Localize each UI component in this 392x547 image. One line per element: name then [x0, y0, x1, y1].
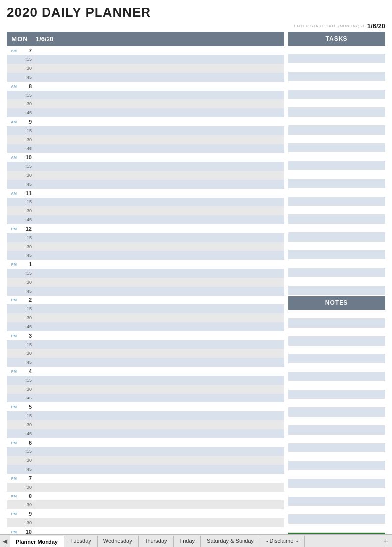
task-row[interactable]: [288, 215, 385, 224]
note-row[interactable]: [288, 390, 385, 399]
note-row[interactable]: [288, 319, 385, 328]
task-row[interactable]: [288, 170, 385, 179]
note-row[interactable]: [288, 381, 385, 390]
time-row[interactable]: AM7: [7, 46, 284, 55]
task-row[interactable]: [288, 126, 385, 135]
note-row[interactable]: [288, 399, 385, 408]
event-cell[interactable]: [33, 82, 284, 91]
time-row[interactable]: :15: [7, 233, 284, 242]
event-cell[interactable]: [33, 456, 284, 465]
task-row[interactable]: [288, 188, 385, 197]
time-row[interactable]: PM8: [7, 492, 284, 500]
note-row[interactable]: [288, 328, 385, 337]
event-cell[interactable]: [33, 117, 284, 126]
event-cell[interactable]: [33, 278, 284, 287]
event-cell[interactable]: [33, 242, 284, 251]
event-cell[interactable]: [33, 438, 284, 447]
time-row[interactable]: :15: [7, 198, 284, 206]
event-cell[interactable]: [33, 260, 284, 269]
tab-saturday-&-sunday[interactable]: Saturday & Sunday: [201, 536, 260, 547]
start-date-value[interactable]: 1/6/20: [367, 22, 385, 30]
note-row[interactable]: [288, 337, 385, 346]
time-row[interactable]: :15: [7, 411, 284, 420]
note-row[interactable]: [288, 354, 385, 363]
note-row[interactable]: [288, 506, 385, 515]
event-cell[interactable]: [33, 99, 284, 108]
event-cell[interactable]: [33, 91, 284, 99]
time-row[interactable]: :30: [7, 171, 284, 180]
task-row[interactable]: [288, 259, 385, 268]
task-row[interactable]: [288, 233, 385, 242]
note-row[interactable]: [288, 444, 385, 452]
note-row[interactable]: [288, 372, 385, 381]
note-row[interactable]: [288, 524, 385, 533]
time-row[interactable]: PM5: [7, 402, 284, 411]
time-row[interactable]: :30: [7, 420, 284, 429]
time-row[interactable]: :15: [7, 340, 284, 349]
note-row[interactable]: [288, 497, 385, 506]
time-row[interactable]: :45: [7, 215, 284, 224]
time-row[interactable]: :30: [7, 500, 284, 509]
event-cell[interactable]: [33, 46, 284, 55]
task-row[interactable]: [288, 179, 385, 188]
event-cell[interactable]: [33, 135, 284, 144]
tab-tuesday[interactable]: Tuesday: [64, 536, 98, 547]
task-row[interactable]: [288, 161, 385, 170]
event-cell[interactable]: [33, 500, 284, 509]
event-cell[interactable]: [33, 394, 284, 402]
time-row[interactable]: :45: [7, 108, 284, 117]
tab-wednesday[interactable]: Wednesday: [98, 536, 139, 547]
event-cell[interactable]: [33, 358, 284, 367]
task-row[interactable]: [288, 250, 385, 259]
task-row[interactable]: [288, 90, 385, 99]
task-row[interactable]: [288, 108, 385, 117]
time-row[interactable]: PM4: [7, 367, 284, 376]
time-row[interactable]: AM10: [7, 153, 284, 162]
time-row[interactable]: :45: [7, 73, 284, 82]
task-row[interactable]: [288, 152, 385, 161]
time-row[interactable]: PM6: [7, 438, 284, 447]
event-cell[interactable]: [33, 411, 284, 420]
task-row[interactable]: [288, 144, 385, 152]
note-row[interactable]: [288, 515, 385, 524]
event-cell[interactable]: [33, 144, 284, 153]
event-cell[interactable]: [33, 483, 284, 492]
note-row[interactable]: [288, 310, 385, 319]
event-cell[interactable]: [33, 215, 284, 224]
note-row[interactable]: [288, 452, 385, 461]
event-cell[interactable]: [33, 385, 284, 394]
task-row[interactable]: [288, 72, 385, 81]
tab-scroll-left[interactable]: ◀: [0, 538, 10, 545]
note-row[interactable]: [288, 461, 385, 470]
event-cell[interactable]: [33, 465, 284, 474]
note-row[interactable]: [288, 417, 385, 426]
event-cell[interactable]: [33, 492, 284, 500]
note-row[interactable]: [288, 488, 385, 497]
event-cell[interactable]: [33, 340, 284, 349]
event-cell[interactable]: [33, 287, 284, 296]
tab-planner-monday[interactable]: Planner Monday: [10, 536, 64, 547]
event-cell[interactable]: [33, 402, 284, 411]
time-row[interactable]: :30: [7, 518, 284, 527]
time-row[interactable]: :45: [7, 180, 284, 189]
task-row[interactable]: [288, 46, 385, 54]
tab-friday[interactable]: Friday: [174, 536, 201, 547]
time-row[interactable]: PM7: [7, 474, 284, 483]
event-cell[interactable]: [33, 73, 284, 82]
tab---disclaimer--[interactable]: - Disclaimer -: [260, 536, 305, 547]
time-row[interactable]: :30: [7, 135, 284, 144]
task-row[interactable]: [288, 268, 385, 277]
event-cell[interactable]: [33, 474, 284, 483]
time-row[interactable]: AM11: [7, 189, 284, 198]
event-cell[interactable]: [33, 376, 284, 385]
event-cell[interactable]: [33, 269, 284, 278]
event-cell[interactable]: [33, 189, 284, 198]
time-row[interactable]: :45: [7, 358, 284, 367]
time-row[interactable]: :45: [7, 251, 284, 260]
event-cell[interactable]: [33, 233, 284, 242]
time-row[interactable]: AM8: [7, 82, 284, 91]
event-cell[interactable]: [33, 126, 284, 135]
event-cell[interactable]: [33, 304, 284, 313]
event-cell[interactable]: [33, 313, 284, 322]
time-row[interactable]: :30: [7, 206, 284, 215]
